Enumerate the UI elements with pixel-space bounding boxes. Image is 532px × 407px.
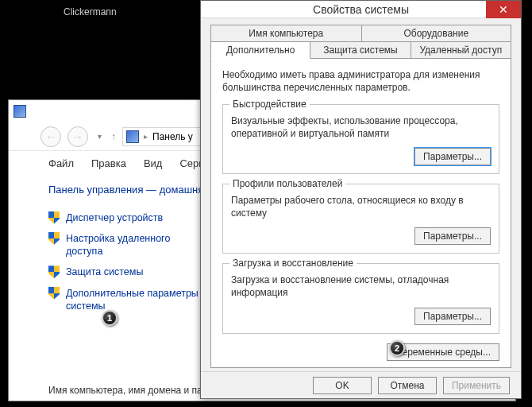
- apply-button[interactable]: Применить: [443, 377, 510, 394]
- startup-recovery-settings-button[interactable]: Параметры...: [414, 308, 491, 325]
- tab-remote[interactable]: Удаленный доступ: [411, 41, 511, 59]
- sidebar-item-label: Диспетчер устройств: [66, 211, 163, 224]
- dialog-titlebar: Свойства системы ✕: [201, 1, 521, 18]
- dialog-body: Имя компьютера Оборудование Дополнительн…: [201, 18, 521, 371]
- annotation-badge-2: 2: [389, 340, 405, 356]
- group-legend: Профили пользователей: [229, 178, 345, 189]
- menu-view[interactable]: Вид: [144, 157, 163, 169]
- sidebar-item-label: Дополнительные параметры системы: [66, 287, 207, 313]
- nav-up-icon[interactable]: ↑: [111, 131, 116, 142]
- group-description: Загрузка и восстановление системы, отлад…: [231, 273, 491, 299]
- ok-button[interactable]: OK: [313, 377, 372, 394]
- tab-system-protection[interactable]: Защита системы: [310, 41, 411, 59]
- close-icon: ✕: [499, 4, 508, 15]
- group-startup-recovery: Загрузка и восстановление Загрузка и вос…: [222, 263, 499, 333]
- dialog-title: Свойства системы: [201, 3, 521, 16]
- tab-advanced[interactable]: Дополнительно: [210, 41, 310, 59]
- nav-forward-button[interactable]: →: [67, 126, 88, 147]
- shield-icon: [48, 211, 60, 224]
- menu-edit[interactable]: Правка: [91, 157, 126, 169]
- group-legend: Быстродействие: [229, 99, 310, 110]
- tab-hardware[interactable]: Оборудование: [361, 25, 512, 41]
- group-performance: Быстродействие Визуальные эффекты, испол…: [222, 104, 499, 174]
- dialog-footer: OK Отмена Применить: [201, 371, 521, 398]
- tab-panel-advanced: Необходимо иметь права администратора дл…: [210, 58, 511, 368]
- desktop-shortcut-label: Clickermann: [64, 6, 117, 17]
- menu-file[interactable]: Файл: [48, 157, 74, 169]
- cancel-button[interactable]: Отмена: [378, 377, 437, 394]
- user-profiles-settings-button[interactable]: Параметры...: [414, 227, 491, 245]
- sidebar-item-system-protection[interactable]: Защита системы: [48, 266, 207, 278]
- chevron-right-icon: ▸: [144, 132, 148, 141]
- performance-settings-button[interactable]: Параметры...: [414, 148, 491, 165]
- admin-rights-notice: Необходимо иметь права администратора дл…: [222, 68, 499, 94]
- nav-history-chevron-icon[interactable]: ▾: [94, 132, 105, 141]
- sidebar-item-label: Настройка удаленного доступа: [66, 232, 207, 258]
- system-properties-dialog: Свойства системы ✕ Имя компьютера Оборуд…: [200, 0, 522, 399]
- group-user-profiles: Профили пользователей Параметры рабочего…: [222, 184, 499, 254]
- sidebar-item-remote-settings[interactable]: Настройка удаленного доступа: [48, 232, 207, 258]
- breadcrumb: Панель у: [152, 131, 193, 142]
- shield-icon: [48, 266, 60, 278]
- close-button[interactable]: ✕: [486, 1, 521, 18]
- annotation-badge-1: 1: [102, 310, 118, 326]
- tab-row-2: Дополнительно Защита системы Удаленный д…: [210, 41, 511, 59]
- shield-icon: [48, 287, 60, 300]
- shield-icon: [48, 232, 60, 245]
- control-panel-icon: [13, 105, 26, 118]
- sidebar-item-advanced-system-settings[interactable]: Дополнительные параметры системы: [48, 287, 207, 313]
- group-legend: Загрузка и восстановление: [229, 258, 357, 269]
- nav-back-button[interactable]: ←: [40, 126, 61, 147]
- sidebar-item-label: Защита системы: [66, 266, 143, 278]
- tab-row-1: Имя компьютера Оборудование: [210, 25, 511, 41]
- tab-computer-name[interactable]: Имя компьютера: [210, 25, 361, 41]
- sidebar-item-device-manager[interactable]: Диспетчер устройств: [48, 211, 207, 224]
- group-description: Параметры рабочего стола, относящиеся ко…: [231, 194, 491, 219]
- group-description: Визуальные эффекты, использование процес…: [231, 114, 491, 140]
- control-panel-icon: [126, 130, 139, 143]
